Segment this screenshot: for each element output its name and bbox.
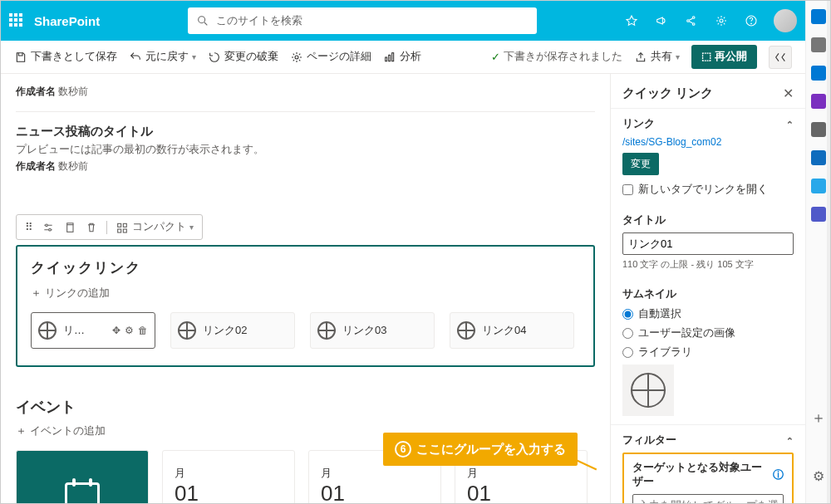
author-meta-2: 作成者名 数秒前 [16, 160, 595, 173]
undo-icon [129, 51, 142, 64]
annotation-callout: 6 ここにグループを入力する [383, 433, 578, 466]
search-icon [196, 14, 209, 27]
link-label: リンク01 [63, 323, 91, 338]
svg-line-1 [204, 22, 207, 25]
webpart-toolbar: ⠿ コンパクト ▾ [16, 214, 203, 240]
page-canvas: 作成者名 数秒前 ニュース投稿のタイトル プレビューには記事の最初の数行が表示さ… [1, 74, 610, 503]
rail-settings-icon[interactable] [811, 66, 826, 81]
layout-icon [116, 221, 129, 234]
globe-icon [631, 373, 666, 408]
globe-icon [317, 321, 336, 340]
event-card-add[interactable] [16, 450, 149, 503]
svg-point-5 [720, 19, 723, 22]
gear-icon[interactable] [714, 13, 729, 28]
svg-rect-10 [389, 55, 391, 61]
help-icon[interactable] [744, 13, 759, 28]
edit-icon[interactable]: ⚙ [125, 325, 134, 336]
avatar[interactable] [774, 9, 797, 32]
analytics-button[interactable]: 分析 [383, 50, 421, 64]
section-thumbnail-label: サムネイル [622, 287, 794, 301]
discard-icon [208, 51, 221, 64]
collapse-pane-button[interactable] [769, 46, 792, 69]
megaphone-icon[interactable] [654, 13, 669, 28]
link-card[interactable]: リンク03 [310, 312, 435, 349]
svg-point-8 [295, 56, 298, 59]
callout-text: ここにグループを入力する [416, 442, 566, 458]
svg-rect-9 [386, 57, 387, 61]
delete-icon[interactable]: 🗑 [138, 325, 148, 336]
republish-button[interactable]: ⬚再公開 [691, 45, 757, 69]
link-card[interactable]: リンク04 [450, 312, 574, 349]
rail-send-icon[interactable] [811, 179, 826, 193]
link-card[interactable]: リンク02 [170, 312, 295, 349]
thumb-library-radio[interactable]: ライブラリ [622, 345, 794, 360]
thumb-custom-radio[interactable]: ユーザー設定の画像 [622, 325, 794, 340]
events-title[interactable]: イベント [16, 397, 595, 417]
app-launcher-icon[interactable] [9, 13, 24, 28]
page-details-button[interactable]: ページの詳細 [290, 50, 371, 64]
rail-bookmarks-icon[interactable] [811, 37, 826, 52]
rail-copilot-icon[interactable] [811, 9, 826, 24]
svg-point-2 [687, 20, 690, 22]
drag-handle-icon[interactable]: ⠿ [25, 221, 33, 233]
link-card[interactable]: リンク01 ✥ ⚙ 🗑 [31, 312, 155, 349]
share-icon [634, 51, 647, 64]
rail-outlook-icon[interactable] [811, 150, 826, 165]
link-label: リンク03 [342, 323, 386, 338]
suite-header: SharePoint このサイトを検索 [1, 1, 805, 41]
title-hint: 110 文字 の上限 - 残り 105 文字 [622, 258, 794, 271]
delete-icon[interactable] [85, 221, 98, 234]
save-icon [14, 51, 27, 64]
rail-add-icon[interactable]: ＋ [811, 410, 826, 425]
target-heading: ターゲットとなる対象ユーザー [632, 461, 770, 489]
settings-icon[interactable] [42, 221, 55, 234]
section-title-label: タイトル [622, 213, 794, 228]
svg-point-13 [49, 228, 52, 231]
news-title[interactable]: ニュース投稿のタイトル [16, 124, 595, 139]
gear-icon [290, 51, 303, 64]
target-audience-input[interactable] [632, 494, 784, 503]
svg-point-3 [692, 17, 695, 19]
move-icon[interactable]: ✥ [112, 325, 120, 336]
layout-dropdown[interactable]: コンパクト ▾ [116, 220, 194, 234]
duplicate-icon[interactable] [63, 221, 76, 234]
property-panel: クイック リンク ✕ リンク⌄ /sites/SG-Blog_com02 変更 … [610, 74, 805, 503]
section-link-header[interactable]: リンク⌄ [622, 117, 794, 131]
svg-point-7 [751, 23, 752, 24]
discard-button[interactable]: 変更の破棄 [208, 50, 278, 64]
rail-teams-icon[interactable] [811, 207, 826, 222]
undo-button[interactable]: 元に戻す▾ [129, 50, 196, 64]
events-section: イベント [16, 397, 595, 417]
search-input[interactable]: このサイトを検索 [188, 7, 537, 34]
change-button[interactable]: 変更 [622, 153, 659, 175]
quicklinks-title[interactable]: クイックリンク [31, 258, 580, 277]
rail-wrench-icon[interactable] [811, 122, 826, 137]
share-icon[interactable] [684, 13, 699, 28]
thumb-auto-radio[interactable]: 自動選択 [622, 306, 794, 321]
close-icon[interactable]: ✕ [783, 86, 794, 101]
svg-point-4 [692, 23, 695, 26]
premium-icon[interactable] [624, 13, 639, 28]
news-desc: プレビューには記事の最初の数行が表示されます。 [16, 143, 595, 157]
rail-loop-icon[interactable] [811, 94, 826, 109]
svg-rect-18 [123, 229, 126, 232]
event-card[interactable]: 月01 [162, 450, 295, 503]
link-url[interactable]: /sites/SG-Blog_com02 [622, 136, 721, 148]
brand-label: SharePoint [34, 14, 100, 28]
rail-settings-gear-icon[interactable]: ⚙ [811, 468, 826, 483]
info-icon[interactable]: ⓘ [773, 468, 784, 482]
panel-title: クイック リンク [622, 86, 713, 101]
author-meta: 作成者名 数秒前 [16, 86, 595, 98]
open-new-tab-checkbox[interactable]: 新しいタブでリンクを開く [622, 182, 794, 197]
link-label: リンク02 [203, 323, 247, 338]
save-draft-button[interactable]: 下書きとして保存 [14, 50, 117, 64]
title-input[interactable] [622, 232, 794, 255]
svg-rect-16 [123, 223, 126, 227]
section-filter-header[interactable]: フィルター⌄ [622, 433, 794, 448]
share-button[interactable]: 共有▾ [634, 50, 680, 64]
svg-rect-17 [118, 229, 121, 232]
collapse-icon [774, 51, 787, 64]
add-link-button[interactable]: ＋ リンクの追加 [31, 286, 580, 301]
globe-icon [38, 321, 57, 340]
quicklinks-webpart[interactable]: クイックリンク ＋ リンクの追加 リンク01 ✥ ⚙ 🗑 リンク0 [16, 245, 595, 367]
